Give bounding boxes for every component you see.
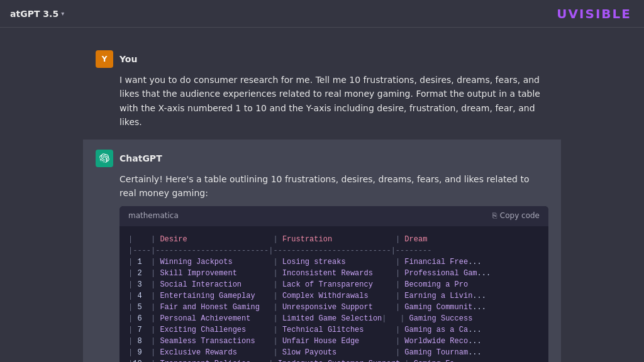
chatgpt-message: ChatGPT Certainly! Here's a table outlin… — [83, 140, 561, 362]
code-lang-label: mathematica — [128, 210, 179, 222]
chatgpt-content: Certainly! Here's a table outlining 10 f… — [119, 172, 548, 362]
chevron-down-icon: ▾ — [61, 10, 64, 17]
chat-container: Y You I want you to do consumer research… — [0, 28, 644, 362]
copy-label: Copy code — [500, 210, 540, 222]
model-name: atGPT 3.5 — [10, 9, 58, 19]
chatgpt-header: ChatGPT — [96, 150, 548, 167]
copy-code-button[interactable]: ⎘ Copy code — [492, 210, 540, 222]
user-message-content: I want you to do consumer research for m… — [119, 73, 548, 129]
copy-icon: ⎘ — [492, 210, 497, 222]
user-author-label: You — [119, 54, 137, 64]
model-selector[interactable]: atGPT 3.5 ▾ — [10, 9, 64, 19]
code-table: | | Desire | Frustration | Dream |----|-… — [119, 226, 548, 362]
user-message: Y You I want you to do consumer research… — [83, 40, 561, 140]
chatgpt-author-label: ChatGPT — [119, 153, 162, 163]
code-block: mathematica ⎘ Copy code | | Desire | Fru… — [119, 206, 548, 362]
chatgpt-avatar — [96, 150, 113, 167]
code-header: mathematica ⎘ Copy code — [119, 206, 548, 226]
top-header: atGPT 3.5 ▾ UVISIBLE — [0, 0, 644, 28]
brand-logo: UVISIBLE — [557, 6, 631, 21]
user-avatar: Y — [96, 50, 113, 68]
user-header: Y You — [96, 50, 548, 68]
chatgpt-intro: Certainly! Here's a table outlining 10 f… — [119, 172, 548, 200]
